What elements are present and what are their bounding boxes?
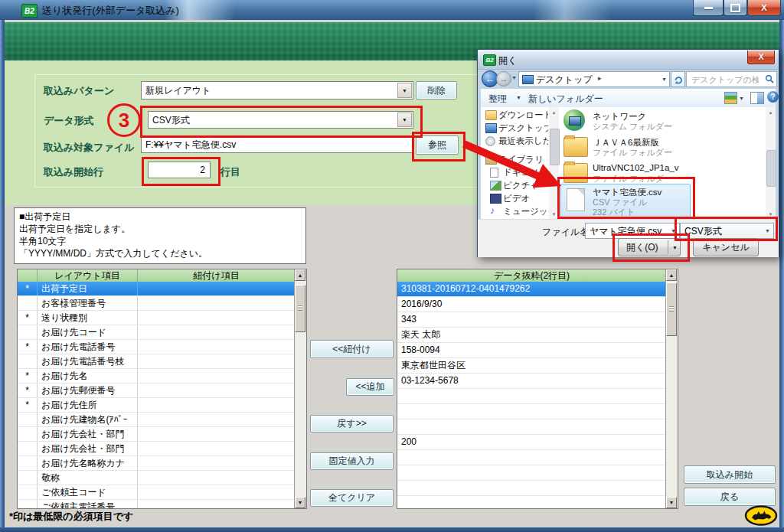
list-item[interactable]: 東京都世田谷区 bbox=[397, 358, 666, 374]
scroll-up-icon[interactable]: ▲ bbox=[549, 107, 559, 117]
chevron-down-icon[interactable]: ▼ bbox=[662, 77, 667, 82]
scroll-down-icon[interactable]: ▼ bbox=[666, 497, 677, 508]
scrollbar-thumb[interactable] bbox=[766, 150, 776, 187]
required-mark bbox=[18, 354, 38, 368]
close-button[interactable]: X bbox=[747, 0, 781, 16]
window-border-bottom bbox=[0, 527, 784, 532]
list-item[interactable] bbox=[397, 465, 666, 481]
list-item[interactable] bbox=[397, 496, 666, 508]
layout-item: お届け先名略称カナ bbox=[38, 456, 138, 470]
forward-nav-icon[interactable]: → bbox=[496, 71, 511, 86]
table-row[interactable]: *お届け先電話番号 bbox=[18, 340, 295, 354]
table-row[interactable]: お届け先名略称カナ bbox=[18, 456, 295, 471]
layout-column-header: レイアウト項目 bbox=[38, 269, 138, 282]
list-item[interactable]: 343 bbox=[397, 312, 666, 328]
views-icon[interactable] bbox=[724, 92, 737, 104]
help-icon[interactable]: ? bbox=[767, 91, 779, 103]
scroll-up-icon[interactable]: ▲ bbox=[666, 269, 677, 281]
file-name[interactable]: UltraVNC102_JP1a_v bbox=[593, 163, 679, 172]
chevron-down-icon[interactable]: ▼ bbox=[397, 83, 412, 98]
search-icon[interactable] bbox=[765, 74, 774, 83]
table-row[interactable]: *お届け先名 bbox=[18, 369, 295, 383]
chevron-down-icon[interactable]: ▼ bbox=[516, 95, 521, 100]
table-row[interactable]: お届け先電話番号枝 bbox=[18, 354, 295, 369]
linked-item bbox=[138, 500, 295, 508]
scrollbar[interactable]: ▲ ▼ bbox=[665, 269, 678, 508]
start-row-label: 取込み開始行 bbox=[44, 165, 103, 179]
back-button[interactable]: 戻る bbox=[684, 488, 776, 506]
scroll-down-icon[interactable]: ▼ bbox=[295, 497, 305, 508]
sidebar-item-desktop[interactable]: デスクトップ bbox=[482, 122, 548, 134]
table-row[interactable]: *送り状種別 bbox=[18, 311, 295, 325]
list-item[interactable] bbox=[397, 389, 666, 404]
table-row[interactable]: 敬称 bbox=[18, 471, 295, 485]
scroll-up-icon[interactable]: ▲ bbox=[295, 269, 305, 281]
list-item[interactable]: 158-0094 bbox=[397, 343, 666, 358]
search-box[interactable] bbox=[686, 71, 777, 87]
sidebar-label: ミュージック bbox=[503, 206, 553, 217]
list-item[interactable] bbox=[397, 404, 666, 419]
add-button[interactable]: <<追加 bbox=[346, 378, 394, 396]
delete-button[interactable]: 削除 bbox=[416, 81, 457, 100]
list-item[interactable]: 200 bbox=[397, 435, 666, 450]
organize-menu[interactable]: 整理 bbox=[488, 93, 507, 106]
table-row[interactable]: *お届け先郵便番号 bbox=[18, 383, 295, 398]
clear-all-button[interactable]: 全てクリア bbox=[310, 489, 394, 507]
linked-item bbox=[138, 340, 295, 354]
required-mark bbox=[18, 427, 38, 441]
sidebar-item-music[interactable]: ♪ミュージック bbox=[487, 205, 553, 217]
table-row[interactable]: *出荷予定日 bbox=[18, 282, 295, 296]
scrollbar[interactable]: ▲ ▼ bbox=[294, 269, 306, 508]
linked-item bbox=[138, 282, 295, 295]
dialog-close-button[interactable]: X bbox=[747, 51, 775, 64]
link-button[interactable]: <<紐付け bbox=[310, 340, 394, 358]
table-row[interactable]: お届け先会社・部門 bbox=[18, 442, 295, 456]
file-path-input[interactable]: F:¥¥ヤマト宅急便.csv bbox=[141, 135, 413, 153]
scroll-up-icon[interactable]: ▲ bbox=[766, 107, 776, 117]
list-item[interactable] bbox=[397, 419, 666, 435]
title-bar: B2 送り状発行(外部データ取込み) X bbox=[0, 0, 784, 21]
breadcrumb[interactable]: デスクトップ ▸ ▼ bbox=[518, 71, 670, 87]
table-row[interactable]: *お届け先住所 bbox=[18, 398, 295, 413]
sidebar-item-downloads[interactable]: ダウンロード bbox=[482, 109, 548, 121]
table-row[interactable]: お届け先コード bbox=[18, 325, 295, 340]
scrollbar-thumb[interactable] bbox=[666, 282, 677, 336]
layout-item: 出荷予定日 bbox=[38, 282, 138, 295]
minimize-button[interactable] bbox=[693, 0, 724, 16]
refresh-button[interactable] bbox=[671, 71, 685, 87]
preview-pane-icon[interactable] bbox=[750, 92, 764, 104]
linked-item bbox=[138, 413, 295, 426]
pattern-dropdown[interactable]: 新規レイアウト ▼ bbox=[141, 81, 413, 100]
breadcrumb-location[interactable]: デスクトップ bbox=[536, 73, 593, 86]
list-item[interactable]: 楽天 太郎 bbox=[397, 328, 666, 343]
file-list-scrollbar[interactable]: ▲ ▼ bbox=[766, 107, 776, 219]
table-row[interactable]: お届け先会社・部門 bbox=[18, 427, 295, 442]
table-row[interactable]: お客様管理番号 bbox=[18, 296, 295, 311]
new-folder-button[interactable]: 新しいフォルダー bbox=[528, 93, 603, 106]
annotation-box-format bbox=[140, 106, 423, 138]
required-mark: * bbox=[18, 383, 38, 397]
revert-button[interactable]: 戻す>> bbox=[310, 415, 394, 432]
list-item[interactable]: 2016/9/30 bbox=[397, 297, 666, 312]
linked-item bbox=[138, 471, 295, 485]
table-header: データ抜粋(2行目) bbox=[397, 269, 666, 282]
list-item[interactable]: 310381-20160712-0401479262 bbox=[397, 282, 666, 297]
scrollbar-thumb[interactable] bbox=[295, 285, 305, 332]
table-row[interactable]: お届け先建物名(ｱﾊﾟｰ bbox=[18, 413, 295, 427]
list-item[interactable]: 03-1234-5678 bbox=[397, 374, 666, 389]
fixed-value-button[interactable]: 固定値入力 bbox=[310, 452, 394, 470]
list-item[interactable] bbox=[397, 450, 666, 465]
linked-item bbox=[138, 427, 295, 441]
search-input[interactable] bbox=[690, 73, 760, 86]
nav-history-chevron-icon[interactable]: ▼ bbox=[511, 75, 517, 80]
breadcrumb-arrow-icon[interactable]: ▸ bbox=[598, 74, 602, 82]
field-description-box: ■出荷予定日 出荷予定日を指定します。 半角10文字 「YYYY/MM/DD」方… bbox=[14, 207, 306, 264]
table-row[interactable]: ご依頼主コード bbox=[18, 485, 295, 500]
format-label: データ形式 bbox=[44, 114, 94, 128]
table-row[interactable]: ご依頼主電話番号 bbox=[18, 500, 295, 508]
maximize-button[interactable] bbox=[724, 0, 747, 16]
import-start-button[interactable]: 取込み開始 bbox=[684, 465, 776, 484]
list-item[interactable] bbox=[397, 481, 666, 496]
sidebar-label: デスクトップ bbox=[498, 122, 548, 134]
chevron-down-icon[interactable]: ▼ bbox=[739, 96, 744, 101]
